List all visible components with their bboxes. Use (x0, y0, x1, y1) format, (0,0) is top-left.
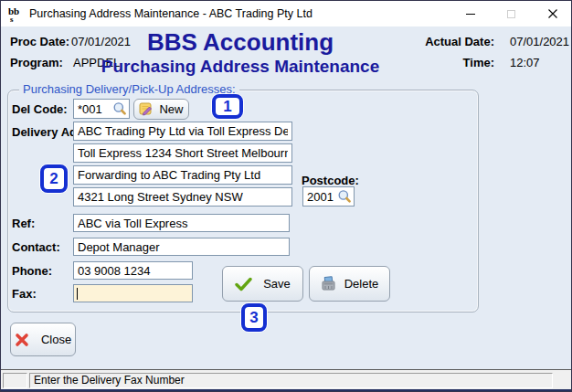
close-window-button[interactable] (532, 1, 572, 26)
actual-date-label: Actual Date: (417, 35, 494, 48)
del-code-field (73, 99, 130, 119)
contact-input[interactable] (73, 238, 290, 256)
new-button[interactable]: New (133, 99, 189, 120)
delivery-address-label: Delivery Address: (12, 123, 70, 141)
header-titles: BBS Accounting Purchasing Address Mainte… (89, 29, 392, 77)
svg-text:s: s (10, 15, 14, 23)
maximize-button (491, 1, 532, 26)
time-value: 12:07 (510, 56, 540, 69)
status-grip-panel (3, 373, 27, 388)
shredder-icon (321, 276, 336, 291)
status-message: Enter the Delivery Fax Number (29, 373, 553, 388)
phone-input[interactable] (73, 261, 193, 280)
new-button-label: New (159, 102, 183, 116)
page-title: Purchasing Address Maintenance (89, 56, 392, 77)
actual-date-value: 07/01/2021 (510, 35, 569, 48)
del-code-lookup-magnifier-icon[interactable] (112, 101, 127, 116)
minimize-icon (466, 14, 475, 15)
titlebar: bb s Purchasing Address Maintenance - AB… (1, 1, 571, 26)
delivery-address-line-4-input[interactable] (73, 187, 292, 207)
time-label: Time: (417, 56, 494, 69)
text-caret (77, 288, 78, 300)
phone-label: Phone: (12, 264, 52, 278)
step-badge-1-number: 1 (223, 98, 231, 116)
step-badge-2: 2 (40, 164, 68, 193)
window-title: Purchasing Address Maintenance - ABC Tra… (29, 1, 312, 26)
delete-button[interactable]: Delete (309, 266, 390, 302)
status-bar: Enter the Delivery Fax Number (1, 369, 571, 389)
fax-label: Fax: (12, 287, 37, 301)
app-window: bb s Purchasing Address Maintenance - AB… (0, 0, 572, 392)
delivery-address-line-2-input[interactable] (73, 143, 292, 163)
note-pencil-icon (139, 102, 154, 116)
ref-input[interactable] (73, 214, 290, 232)
proc-date-label: Proc Date: (10, 35, 69, 48)
app-title: BBS Accounting (89, 29, 392, 56)
close-x-icon (547, 8, 558, 19)
save-button-label: Save (263, 277, 291, 291)
delivery-address-line-3-input[interactable] (73, 165, 292, 185)
groupbox-legend: Purchasing Delivery/Pick-Up Addresses: (19, 82, 239, 96)
del-code-input[interactable] (74, 102, 112, 116)
bbs-logo-icon: bb s (7, 5, 26, 23)
close-button-label: Close (41, 333, 71, 346)
delivery-address-line-1-input[interactable] (73, 122, 292, 141)
contact-label: Contact: (12, 240, 60, 254)
green-check-icon (235, 277, 252, 291)
close-button[interactable]: Close (10, 323, 76, 356)
program-label: Program: (10, 56, 63, 69)
step-badge-3: 3 (241, 303, 267, 332)
step-badge-1: 1 (212, 94, 243, 119)
step-badge-3-number: 3 (249, 309, 258, 327)
postcode-input[interactable] (303, 190, 337, 204)
step-badge-2-number: 2 (49, 170, 58, 188)
postcode-lookup-magnifier-icon[interactable] (337, 189, 352, 204)
postcode-label: Postcode: (302, 174, 359, 187)
fax-input[interactable] (73, 284, 193, 302)
ref-label: Ref: (12, 217, 35, 230)
postcode-field (302, 186, 355, 207)
red-x-icon (15, 333, 29, 347)
maximize-icon (507, 10, 515, 18)
delete-button-label: Delete (344, 277, 379, 291)
del-code-label: Del Code: (12, 102, 68, 116)
save-button[interactable]: Save (222, 266, 303, 302)
minimize-button[interactable] (450, 1, 491, 26)
